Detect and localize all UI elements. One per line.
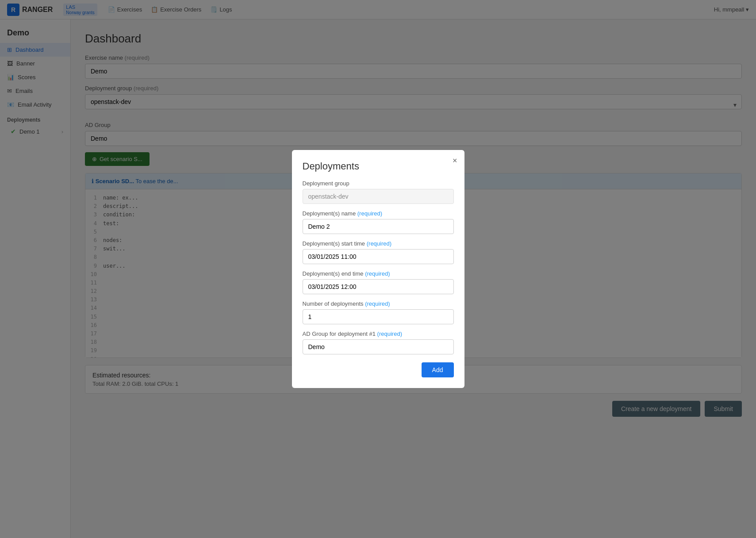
modal-name-label: Deployment(s) name (required) xyxy=(303,210,454,217)
modal-num-deployments-label: Number of deployments (required) xyxy=(303,300,454,307)
modal-deployment-group-label: Deployment group xyxy=(303,180,454,187)
modal-ad-group-label: AD Group for deployment #1 (required) xyxy=(303,330,454,337)
deployments-modal: Deployments × Deployment group Deploymen… xyxy=(292,150,464,388)
modal-end-time-label: Deployment(s) end time (required) xyxy=(303,270,454,277)
modal-num-deployments-input[interactable] xyxy=(303,309,454,324)
modal-ad-group-input[interactable] xyxy=(303,339,454,354)
modal-end-time-input[interactable] xyxy=(303,279,454,294)
modal-start-time-label: Deployment(s) start time (required) xyxy=(303,240,454,247)
modal-add-button[interactable]: Add xyxy=(422,362,454,377)
modal-overlay[interactable]: Deployments × Deployment group Deploymen… xyxy=(0,0,756,538)
modal-deployment-group-input xyxy=(303,189,454,204)
modal-close-button[interactable]: × xyxy=(453,156,457,165)
modal-start-time-input[interactable] xyxy=(303,249,454,264)
modal-name-input[interactable] xyxy=(303,219,454,234)
modal-title: Deployments xyxy=(303,161,454,172)
